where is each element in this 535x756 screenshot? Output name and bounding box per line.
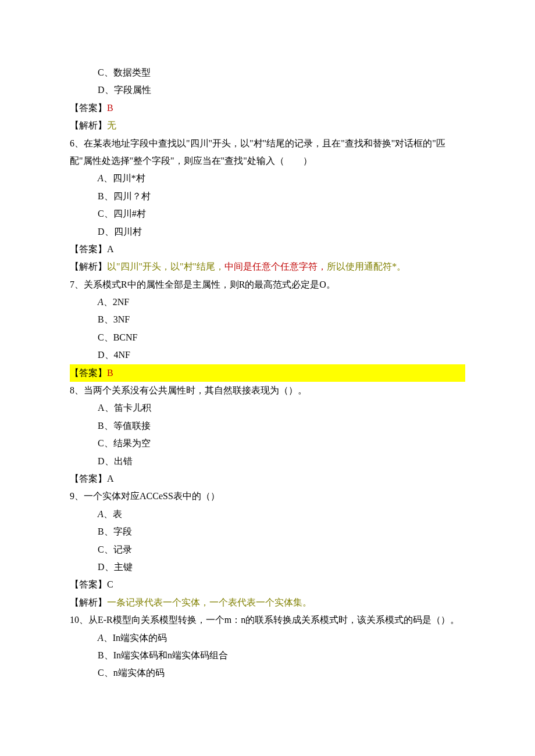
analysis-text-2: 中间是任意个任意字符， (224, 261, 327, 271)
analysis-text-1: 以"四川"开头，以"村"结尾， (107, 261, 224, 271)
answer-value: A (107, 244, 114, 254)
q9-answer-line: 【答案】C (70, 576, 465, 593)
q8-option-b: B、等值联接 (70, 417, 465, 435)
q10-stem: 10、从E-R模型向关系模型转换，一个m：n的联系转换成关系模式时，该关系模式的… (70, 611, 465, 629)
q6-option-d: D、四川村 (70, 223, 465, 241)
option-text: 、2NF (104, 297, 129, 307)
q6-stem: 6、在某表地址字段中查找以"四川"开头，以"村"结尾的记录，且在"查找和替换"对… (70, 135, 465, 170)
q8-option-d: D、出错 (70, 453, 465, 470)
answer-label: 【答案】 (70, 103, 107, 113)
answer-value: A (107, 474, 114, 483)
q7-stem: 7、关系模式R中的属性全部是主属性，则R的最高范式必定是O。 (70, 276, 465, 293)
q8-option-a: A、笛卡儿积 (70, 399, 465, 417)
analysis-text: 一条记录代表一个实体，一个表代表一个实体集。 (107, 597, 312, 607)
option-text: 、表 (104, 509, 122, 519)
option-letter: A (98, 509, 104, 519)
q6-option-a: A、四川*村 (70, 170, 465, 187)
answer-value: B (107, 103, 113, 113)
answer-value: C (107, 579, 113, 589)
q7-option-a: A、2NF (70, 293, 465, 311)
q5-option-d: D、字段属性 (70, 81, 465, 99)
q8-stem: 8、当两个关系没有公共属性时，其自然联接表现为（）。 (70, 382, 465, 399)
answer-label: 【答案】 (70, 244, 107, 254)
answer-label: 【答案】 (70, 368, 107, 378)
q10-option-b: B、In端实体码和n端实体码组合 (70, 647, 465, 664)
option-letter: A (98, 633, 104, 643)
q7-answer-line-highlighted: 【答案】B (70, 364, 465, 382)
analysis-text-3: 所以使用通配符*。 (327, 261, 406, 271)
q9-option-c: C、记录 (70, 541, 465, 558)
analysis-text: 无 (107, 120, 116, 130)
q6-option-b: B、四川？村 (70, 188, 465, 205)
q9-analysis-line: 【解析】一条记录代表一个实体，一个表代表一个实体集。 (70, 594, 465, 611)
q7-option-b: B、3NF (70, 311, 465, 328)
q9-option-a: A、表 (70, 506, 465, 523)
answer-label: 【答案】 (70, 474, 107, 483)
q5-option-c: C、数据类型 (70, 64, 465, 81)
option-text: 、四川*村 (104, 173, 145, 183)
analysis-label: 【解析】 (70, 120, 107, 130)
document-page: C、数据类型 D、字段属性 【答案】B 【解析】无 6、在某表地址字段中查找以"… (0, 0, 535, 756)
q10-option-c: C、n端实体的码 (70, 664, 465, 682)
analysis-label: 【解析】 (70, 597, 107, 607)
q7-option-c: C、BCNF (70, 329, 465, 346)
q9-option-b: B、字段 (70, 523, 465, 540)
q10-option-a: A、In端实体的码 (70, 629, 465, 647)
q6-answer-line: 【答案】A (70, 241, 465, 258)
q6-analysis-line: 【解析】以"四川"开头，以"村"结尾，中间是任意个任意字符，所以使用通配符*。 (70, 258, 465, 275)
q5-analysis-line: 【解析】无 (70, 117, 465, 134)
option-letter: A (98, 173, 104, 183)
q8-answer-line: 【答案】A (70, 470, 465, 488)
answer-value: B (107, 368, 113, 378)
q8-option-c: C、结果为空 (70, 435, 465, 452)
analysis-label: 【解析】 (70, 261, 107, 271)
q6-option-c: C、四川#村 (70, 205, 465, 223)
option-letter: A (98, 297, 104, 307)
q7-option-d: D、4NF (70, 346, 465, 364)
q9-stem: 9、一个实体对应ACCeSS表中的（） (70, 488, 465, 505)
answer-label: 【答案】 (70, 579, 107, 589)
q9-option-d: D、主键 (70, 558, 465, 576)
q5-answer-line: 【答案】B (70, 99, 465, 117)
option-text: 、In端实体的码 (104, 633, 167, 643)
